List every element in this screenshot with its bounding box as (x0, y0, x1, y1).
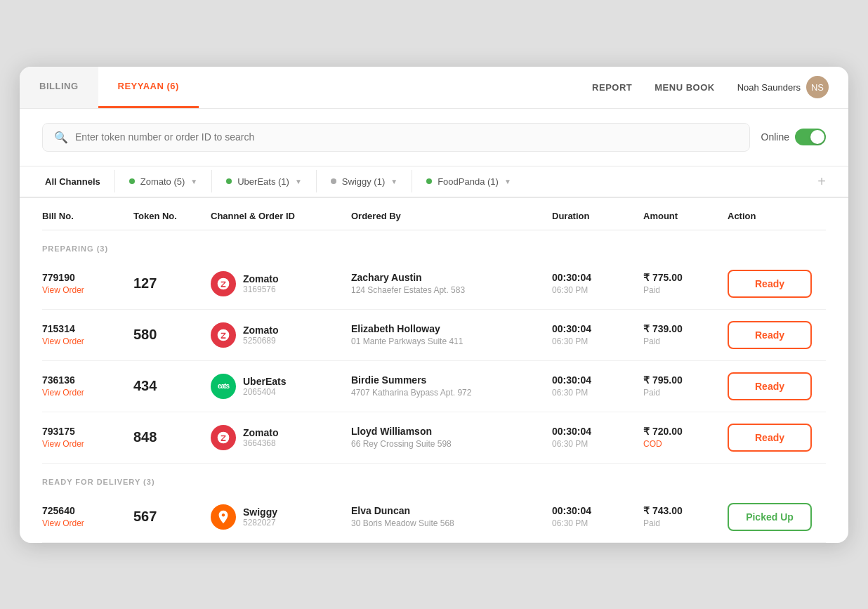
channel-tab-all[interactable]: All Channels (31, 166, 114, 198)
ordered-by-address: 66 Rey Crossing Suite 598 (351, 439, 552, 449)
zomato-logo (211, 425, 236, 450)
table-row: 715314 View Order 580 Zomato 5250689 Eli… (42, 310, 826, 361)
channel-detail: UberEats 2065404 (243, 376, 286, 397)
bill-no: 779190 (42, 272, 133, 283)
ready-button[interactable]: Ready (728, 321, 812, 349)
amount-value: ₹ 795.00 (643, 374, 728, 386)
channel-order-id: 5250689 (243, 336, 279, 346)
amount-value: ₹ 775.00 (643, 272, 728, 283)
ordered-by-cell: Elva Duncan 30 Boris Meadow Suite 568 (351, 505, 552, 528)
amount-value: ₹ 743.00 (643, 505, 728, 516)
action-cell: Ready (728, 372, 826, 400)
ordered-by-address: 4707 Katharina Bypass Apt. 972 (351, 388, 552, 398)
duration-slot: 06:30 PM (552, 439, 643, 449)
ready-button[interactable]: Ready (728, 372, 812, 400)
duration-slot: 06:30 PM (552, 336, 643, 346)
ready-button[interactable]: Ready (728, 424, 812, 452)
channel-name: UberEats (243, 376, 286, 387)
bill-no: 725640 (42, 505, 133, 516)
payment-status: Paid (643, 518, 728, 528)
action-cell: Ready (728, 270, 826, 298)
bill-no: 715314 (42, 323, 133, 334)
bill-no: 736136 (42, 374, 133, 386)
channel-tab-foodpanda[interactable]: FoodPanda (1) ▼ (412, 166, 525, 198)
duration-time: 00:30:04 (552, 323, 643, 334)
avatar: NS (806, 76, 829, 98)
amount-cell: ₹ 743.00 Paid (643, 505, 728, 528)
amount-cell: ₹ 720.00 COD (643, 426, 728, 449)
bill-no-cell: 793175 View Order (42, 426, 133, 449)
action-cell: Ready (728, 424, 826, 452)
channel-detail: Zomato 3664368 (243, 427, 279, 448)
search-input[interactable] (75, 131, 738, 143)
toggle-switch[interactable] (795, 129, 826, 145)
channel-tab-swiggy[interactable]: Swiggy (1) ▼ (317, 166, 412, 198)
user-info[interactable]: Noah Saunders NS (737, 76, 829, 98)
chevron-down-icon: ▼ (295, 178, 302, 185)
action-cell: Picked Up (728, 503, 826, 531)
tab-reyyaan[interactable]: REYYAAN (6) (98, 67, 199, 109)
view-order-link[interactable]: View Order (42, 388, 133, 398)
col-bill-no: Bill No. (42, 211, 133, 221)
ordered-by-name: Elva Duncan (351, 505, 552, 516)
payment-status: Paid (643, 336, 728, 346)
duration-cell: 00:30:04 06:30 PM (552, 323, 643, 346)
dot-foodpanda (426, 178, 432, 184)
channel-tab-zomato-label: Zomato (5) (140, 176, 185, 187)
dot-ubereats (226, 178, 232, 184)
channel-name: Zomato (243, 325, 279, 336)
col-action: Action (728, 211, 826, 221)
ordered-by-name: Zachary Austin (351, 272, 552, 283)
add-channel-button[interactable]: + (806, 168, 837, 195)
dot-swiggy (331, 178, 336, 184)
tab-billing[interactable]: BILLING (20, 67, 98, 109)
view-order-link[interactable]: View Order (42, 439, 133, 449)
online-toggle: Online (761, 129, 826, 145)
view-order-link[interactable]: View Order (42, 518, 133, 528)
preparing-section-label: PREPARING (3) (42, 230, 826, 258)
chevron-down-icon: ▼ (190, 178, 197, 185)
amount-value: ₹ 739.00 (643, 323, 728, 334)
payment-status: Paid (643, 388, 728, 398)
ordered-by-address: 30 Boris Meadow Suite 568 (351, 518, 552, 528)
token-no: 434 (133, 378, 211, 394)
ordered-by-address: 01 Mante Parkways Suite 411 (351, 336, 552, 346)
channel-tab-swiggy-label: Swiggy (1) (342, 176, 385, 187)
channel-tab-ubereats[interactable]: UberEats (1) ▼ (212, 166, 316, 198)
channel-info: Zomato 3664368 (211, 425, 351, 450)
amount-cell: ₹ 795.00 Paid (643, 374, 728, 398)
search-bar: 🔍 (42, 123, 750, 152)
ordered-by-cell: Birdie Summers 4707 Katharina Bypass Apt… (351, 374, 552, 398)
col-token-no: Token No. (133, 211, 211, 221)
duration-cell: 00:30:04 06:30 PM (552, 505, 643, 528)
ordered-by-name: Birdie Summers (351, 374, 552, 386)
ready-delivery-section-label: READY FOR DELIVERY (3) (42, 464, 826, 492)
amount-cell: ₹ 739.00 Paid (643, 323, 728, 346)
nav-menu-book[interactable]: MENU BOOK (655, 82, 714, 93)
channel-order-id: 3664368 (243, 438, 279, 448)
token-no: 567 (133, 509, 211, 525)
col-duration: Duration (552, 211, 643, 221)
swiggy-logo (211, 504, 236, 530)
nav-report[interactable]: REPORT (592, 82, 632, 93)
duration-time: 00:30:04 (552, 374, 643, 386)
ordered-by-name: Elizabeth Holloway (351, 323, 552, 334)
duration-time: 00:30:04 (552, 426, 643, 437)
table-header: Bill No. Token No. Channel & Order ID Or… (42, 198, 826, 230)
view-order-link[interactable]: View Order (42, 285, 133, 295)
ready-button[interactable]: Ready (728, 270, 812, 298)
channel-name: Zomato (243, 427, 279, 438)
bill-no-cell: 715314 View Order (42, 323, 133, 346)
chevron-down-icon: ▼ (390, 178, 397, 185)
amount-cell: ₹ 775.00 Paid (643, 272, 728, 295)
channel-info: Swiggy 5282027 (211, 504, 351, 530)
bill-no-cell: 725640 View Order (42, 505, 133, 528)
ubereats-logo: eats (211, 374, 236, 399)
token-no: 127 (133, 275, 211, 292)
bill-no-cell: 736136 View Order (42, 374, 133, 398)
channel-tabs: All Channels Zomato (5) ▼ UberEats (1) ▼… (20, 166, 848, 198)
channel-detail: Zomato 3169576 (243, 273, 279, 294)
view-order-link[interactable]: View Order (42, 336, 133, 346)
channel-tab-zomato[interactable]: Zomato (5) ▼ (115, 166, 211, 198)
picked-up-button[interactable]: Picked Up (728, 503, 812, 531)
